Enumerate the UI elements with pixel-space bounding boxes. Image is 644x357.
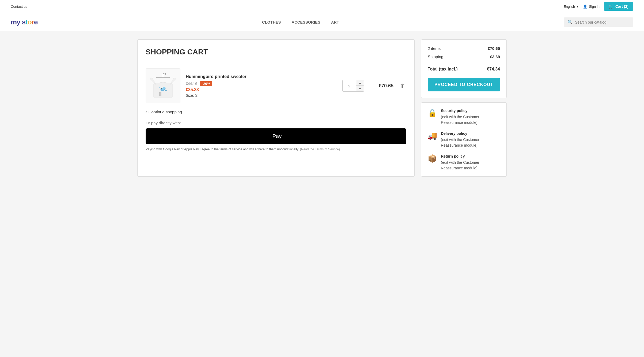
search-icon: 🔍 (567, 20, 573, 25)
delivery-policy-title: Delivery policy (441, 131, 500, 136)
top-bar: Contact us English ▼ 👤 Sign in 🛒 Cart (2… (0, 0, 644, 13)
apple-pay-button[interactable]: Pay (146, 128, 406, 144)
logo-store-t: t (25, 18, 28, 26)
site-header: my store CLOTHES ACCESSORIES ART 🔍 (0, 13, 644, 31)
nav-accessories[interactable]: ACCESSORIES (292, 20, 320, 24)
delivery-policy-text: Delivery policy (edit with the Customer … (441, 131, 500, 148)
qty-increase-button[interactable]: ▲ (356, 80, 364, 86)
item-total: €70.65 (369, 83, 393, 89)
cart-item-row: Hummingbird printed sweater €44.16 -20% … (146, 68, 406, 103)
total-label: Total (tax incl.) (428, 67, 458, 72)
quantity-value: 2 (343, 80, 356, 91)
order-summary: 2 items €70.65 Shipping €3.69 Total (tax… (421, 39, 507, 177)
logo-store-m: s (22, 18, 25, 26)
search-input[interactable] (575, 20, 630, 24)
item-details: Hummingbird printed sweater €44.16 -20% … (186, 74, 337, 98)
language-dropdown-arrow: ▼ (576, 5, 579, 8)
logo-store-e: e (34, 18, 37, 26)
terms-of-service-link[interactable]: (Read the Terms of Service) (300, 147, 340, 151)
total-value: €74.34 (487, 67, 500, 72)
sale-price: €35.33 (186, 87, 337, 92)
return-policy-description: (edit with the Customer Reassurance modu… (441, 160, 500, 171)
delivery-policy-item: 🚚 Delivery policy (edit with the Custome… (428, 131, 500, 148)
logo-store-r: r (32, 18, 34, 26)
sweater-illustration (148, 71, 178, 101)
nav-art[interactable]: ART (331, 20, 339, 24)
security-policy-icon: 🔒 (428, 109, 437, 117)
delivery-policy-icon: 🚚 (428, 131, 437, 140)
items-label: 2 items (428, 46, 441, 51)
svg-marker-1 (150, 78, 156, 84)
qty-decrease-button[interactable]: ▼ (356, 86, 364, 91)
checkout-button[interactable]: PROCEED TO CHECKOUT (428, 78, 500, 91)
logo-store-o: o (28, 18, 32, 26)
size-label: Size: (186, 93, 194, 98)
top-bar-right: English ▼ 👤 Sign in 🛒 Cart (2) (564, 2, 633, 11)
shopping-cart-section: SHOPPING CART (137, 39, 415, 177)
logo[interactable]: my store (11, 18, 37, 26)
shipping-row: Shipping €3.69 (428, 54, 500, 59)
continue-shopping-link[interactable]: ‹ Continue shopping (146, 110, 406, 114)
svg-marker-2 (170, 78, 176, 84)
security-policy-description: (edit with the Customer Reassurance modu… (441, 114, 500, 125)
main-content: SHOPPING CART (127, 31, 517, 185)
item-name: Hummingbird printed sweater (186, 74, 337, 79)
delivery-policy-description: (edit with the Customer Reassurance modu… (441, 137, 500, 148)
pay-terms: Paying with Google Pay or Apple Pay I ag… (146, 147, 406, 152)
summary-card: 2 items €70.65 Shipping €3.69 Total (tax… (421, 39, 507, 98)
sign-in-button[interactable]: 👤 Sign in (583, 5, 600, 9)
cart-title: SHOPPING CART (146, 48, 406, 56)
item-size: Size: S (186, 93, 337, 98)
delete-item-button[interactable]: 🗑 (399, 82, 406, 90)
price-row: €44.16 -20% (186, 81, 337, 86)
discount-badge: -20% (200, 81, 212, 86)
original-price: €44.16 (186, 81, 197, 86)
security-policy-item: 🔒 Security policy (edit with the Custome… (428, 108, 500, 125)
items-value: €70.65 (488, 46, 500, 51)
items-row: 2 items €70.65 (428, 46, 500, 51)
return-policy-text: Return policy (edit with the Customer Re… (441, 154, 500, 171)
search-box[interactable]: 🔍 (564, 17, 633, 27)
person-icon: 👤 (583, 5, 587, 9)
logo-my: my (11, 18, 22, 26)
shipping-label: Shipping (428, 54, 443, 59)
apple-pay-label: Pay (272, 133, 282, 139)
cart-icon: 🛒 (609, 4, 613, 9)
chevron-left-icon: ‹ (146, 110, 147, 114)
shipping-value: €3.69 (490, 54, 500, 59)
size-value: S (195, 93, 198, 98)
nav-clothes[interactable]: CLOTHES (262, 20, 281, 24)
security-policy-title: Security policy (441, 108, 500, 114)
language-label: English (564, 5, 575, 9)
quantity-stepper[interactable]: 2 ▲ ▼ (342, 80, 364, 92)
qty-buttons: ▲ ▼ (356, 80, 364, 91)
item-image (146, 68, 180, 103)
return-policy-icon: 📦 (428, 154, 437, 163)
main-nav: CLOTHES ACCESSORIES ART (262, 20, 339, 24)
return-policy-title: Return policy (441, 154, 500, 159)
pay-terms-text: Paying with Google Pay or Apple Pay I ag… (146, 147, 299, 151)
policy-card: 🔒 Security policy (edit with the Custome… (421, 102, 507, 177)
or-pay-label: Or pay directly with: (146, 121, 406, 125)
security-policy-text: Security policy (edit with the Customer … (441, 108, 500, 125)
total-row: Total (tax incl.) €74.34 (428, 63, 500, 72)
svg-point-8 (161, 88, 162, 89)
continue-shopping-label: Continue shopping (149, 110, 182, 114)
cart-divider (146, 62, 406, 62)
cart-button[interactable]: 🛒 Cart (2) (604, 2, 633, 11)
return-policy-item: 📦 Return policy (edit with the Customer … (428, 154, 500, 171)
language-selector[interactable]: English ▼ (564, 5, 579, 9)
contact-us-link[interactable]: Contact us (11, 4, 27, 9)
